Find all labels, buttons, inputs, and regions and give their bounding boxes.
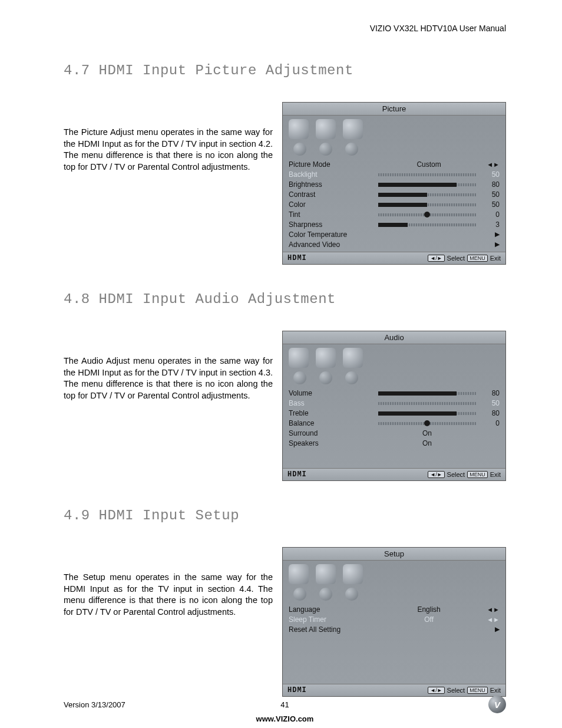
footer-select-label: Select xyxy=(447,471,465,478)
row-color: Color 50 xyxy=(289,199,500,209)
row-label: Contrast xyxy=(289,190,371,199)
row-advanced-video: Advanced Video ▶ xyxy=(289,239,500,249)
row-sharpness: Sharpness 3 xyxy=(289,219,500,229)
slider xyxy=(378,222,476,227)
row-treble: Treble 80 xyxy=(289,408,500,418)
row-value: 50 xyxy=(483,170,500,179)
footer-select-label: Select xyxy=(447,687,465,694)
row-value: 50 xyxy=(483,190,500,199)
menu-tab-icon xyxy=(343,348,363,368)
footer-input-label: HDMI xyxy=(287,254,307,262)
slider xyxy=(378,411,476,416)
section-4-7-text: The Picture Adjust menu operates in the … xyxy=(64,102,273,173)
footer-input-label: HDMI xyxy=(287,470,307,479)
section-4-9-text: The Setup menu operates in the same way … xyxy=(64,547,273,618)
audio-menu-title: Audio xyxy=(283,331,505,344)
section-4-8: 4.8 HDMI Input Audio Adjustment The Audi… xyxy=(64,291,506,481)
row-tint: Tint 0 xyxy=(289,209,500,219)
row-reset-all: Reset All Setting ▶ xyxy=(289,624,500,634)
row-value: On xyxy=(375,429,480,437)
footer-input-label: HDMI xyxy=(287,686,307,694)
setup-menu-title: Setup xyxy=(283,548,505,561)
menu-sub-icon xyxy=(345,143,358,156)
row-value: 80 xyxy=(483,389,500,397)
row-sleep-timer: Sleep Timer Off ◄► xyxy=(289,614,500,624)
menu-tab-icon xyxy=(343,119,363,139)
row-label: Sleep Timer xyxy=(289,615,371,624)
row-balance: Balance 0 xyxy=(289,418,500,428)
menu-key-icon: MENU xyxy=(467,687,488,694)
vizio-logo-icon: V xyxy=(488,696,506,713)
row-language: Language English ◄► xyxy=(289,604,500,614)
audio-menu-icons-row2 xyxy=(283,371,505,387)
row-value: 80 xyxy=(483,180,500,189)
arrows-key-icon: ◄/► xyxy=(428,255,444,262)
row-value: 80 xyxy=(483,409,500,417)
slider xyxy=(378,401,476,406)
setup-menu-screenshot: Setup Language English ◄► xyxy=(282,547,506,697)
submenu-arrow-icon: ▶ xyxy=(488,241,500,248)
menu-tab-icon xyxy=(316,119,336,139)
menu-sub-icon xyxy=(293,588,306,601)
submenu-arrow-icon: ▶ xyxy=(488,625,500,633)
row-color-temperature: Color Temperature ▶ xyxy=(289,229,500,239)
arrow-indicator-icon: ◄► xyxy=(487,616,500,623)
row-picture-mode: Picture Mode Custom ◄► xyxy=(289,159,500,169)
footer-exit-label: Exit xyxy=(490,255,501,262)
menu-sub-icon xyxy=(345,371,358,384)
slider xyxy=(378,182,476,187)
row-value: English xyxy=(375,605,483,614)
menu-sub-icon xyxy=(319,143,332,156)
row-surround: Surround On xyxy=(289,428,500,438)
picture-menu-screenshot: Picture Picture Mode Custom ◄► xyxy=(282,102,506,265)
footer-exit-label: Exit xyxy=(490,471,501,478)
menu-key-icon: MENU xyxy=(467,255,488,262)
document-header: VIZIO VX32L HDTV10A User Manual xyxy=(64,24,506,33)
submenu-arrow-icon: ▶ xyxy=(488,230,500,238)
row-label: Reset All Setting xyxy=(289,625,371,634)
menu-key-icon: MENU xyxy=(467,471,488,478)
menu-tab-icon xyxy=(316,348,336,368)
menu-tab-icon xyxy=(289,119,309,139)
page-footer: Version 3/13/2007 41 V www.VIZIO.com xyxy=(64,696,506,723)
menu-tab-icon xyxy=(289,564,309,584)
row-value: Off xyxy=(375,615,483,624)
row-label: Backlight xyxy=(289,170,371,179)
row-label: Sharpness xyxy=(289,220,371,229)
row-label: Speakers xyxy=(289,439,371,447)
row-speakers: Speakers On xyxy=(289,438,500,448)
row-backlight: Backlight 50 xyxy=(289,169,500,179)
row-value: 3 xyxy=(483,220,500,229)
row-brightness: Brightness 80 xyxy=(289,179,500,189)
page-number: 41 xyxy=(280,700,289,709)
row-value: 50 xyxy=(483,200,500,209)
row-label: Picture Mode xyxy=(289,160,371,169)
picture-menu-icons-row2 xyxy=(283,143,505,158)
audio-menu-footer: HDMI ◄/► Select MENU Exit xyxy=(283,468,505,480)
row-label: Balance xyxy=(289,419,371,427)
row-label: Treble xyxy=(289,409,371,417)
picture-menu-title: Picture xyxy=(283,103,505,116)
section-4-9-title: 4.9 HDMI Input Setup xyxy=(64,508,506,523)
menu-sub-icon xyxy=(293,371,306,384)
row-value: On xyxy=(375,439,480,447)
slider xyxy=(378,202,476,207)
arrow-indicator-icon: ◄► xyxy=(487,606,500,613)
picture-menu-footer: HDMI ◄/► Select MENU Exit xyxy=(283,252,505,264)
footer-select-label: Select xyxy=(447,255,465,262)
section-4-9: 4.9 HDMI Input Setup The Setup menu oper… xyxy=(64,508,506,697)
picture-menu-icons-row1 xyxy=(283,116,505,143)
setup-menu-footer: HDMI ◄/► Select MENU Exit xyxy=(283,684,505,696)
row-label: Language xyxy=(289,605,371,614)
slider xyxy=(378,212,476,217)
row-label: Color xyxy=(289,200,371,209)
version-text: Version 3/13/2007 xyxy=(64,700,125,709)
menu-tab-icon xyxy=(343,564,363,584)
audio-menu-icons-row1 xyxy=(283,344,505,371)
row-value: 0 xyxy=(483,419,500,427)
section-4-7: 4.7 HDMI Input Picture Adjustment The Pi… xyxy=(64,62,506,265)
menu-tab-icon xyxy=(289,348,309,368)
arrow-indicator-icon: ◄► xyxy=(487,161,500,168)
menu-sub-icon xyxy=(345,588,358,601)
row-volume: Volume 80 xyxy=(289,388,500,398)
